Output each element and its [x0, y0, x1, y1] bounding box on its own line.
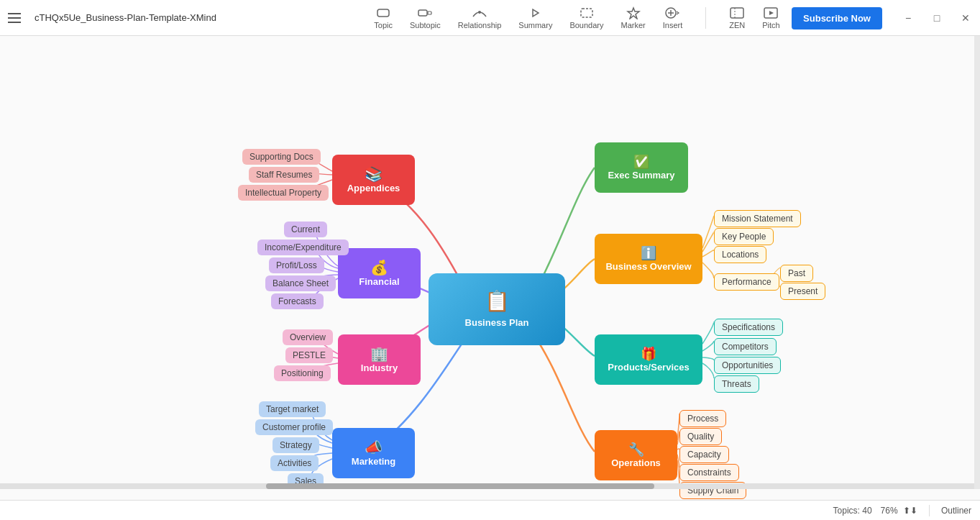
sub-capacity[interactable]: Capacity: [679, 446, 729, 463]
outliner-label[interactable]: Outliner: [941, 506, 971, 516]
svg-rect-5: [428, 12, 431, 14]
appendices-label: Appendices: [347, 183, 400, 195]
sub-profit-loss[interactable]: Profit/Loss: [269, 257, 324, 273]
exec-label: Exec Summary: [608, 170, 674, 182]
sub-threats[interactable]: Threats: [714, 375, 759, 393]
subscribe-button[interactable]: Subscribe Now: [792, 7, 882, 29]
sub-activities[interactable]: Activities: [270, 455, 319, 471]
tool-boundary[interactable]: Boundary: [569, 6, 603, 29]
tool-marker[interactable]: Marker: [621, 6, 646, 29]
business-label: Business Overview: [605, 261, 691, 273]
scrollbar-thumb[interactable]: [266, 483, 654, 489]
svg-rect-4: [418, 10, 427, 16]
node-operations[interactable]: 🔧 Operations: [595, 430, 677, 480]
center-label: Business Plan: [465, 317, 529, 329]
sub-present[interactable]: Present: [780, 283, 825, 300]
sub-pestle[interactable]: PESTLE: [285, 347, 333, 363]
sub-overview[interactable]: Overview: [283, 329, 333, 345]
svg-marker-8: [628, 8, 639, 19]
operations-label: Operations: [611, 457, 661, 470]
sub-locations[interactable]: Locations: [714, 246, 766, 263]
sub-competitors[interactable]: Competitors: [714, 338, 777, 355]
business-icon: ℹ️: [641, 245, 656, 261]
industry-label: Industry: [361, 362, 398, 375]
svg-rect-2: [8, 22, 21, 23]
appendices-icon: 📚: [365, 165, 383, 183]
svg-rect-12: [731, 8, 743, 18]
marketing-icon: 📣: [365, 439, 383, 456]
topics-count: Topics: 40: [833, 506, 872, 516]
close-button[interactable]: ✕: [951, 0, 980, 36]
sub-supporting-docs[interactable]: Supporting Docs: [242, 149, 321, 165]
exec-icon: ✅: [633, 154, 649, 170]
operations-icon: 🔧: [628, 442, 644, 457]
vertical-scrollbar[interactable]: [974, 36, 980, 489]
sub-staff-resumes[interactable]: Staff Resumes: [249, 167, 319, 183]
svg-rect-1: [8, 17, 21, 19]
node-industry[interactable]: 🏢 Industry: [338, 334, 421, 385]
sub-opportunities[interactable]: Opportunities: [714, 357, 781, 374]
app-title: cTHQx5Ue_Business-Plan-Template-XMind: [29, 12, 216, 23]
sub-strategy[interactable]: Strategy: [273, 437, 319, 453]
tool-zen[interactable]: ZEN: [729, 6, 745, 29]
svg-rect-7: [581, 9, 592, 17]
center-icon: 📋: [485, 289, 510, 313]
tool-summary[interactable]: Summary: [518, 6, 552, 29]
financial-icon: 💰: [370, 259, 388, 276]
tool-subtopic[interactable]: Subtopic: [410, 6, 441, 29]
products-label: Products/Services: [608, 362, 689, 374]
sub-performance[interactable]: Performance: [714, 273, 779, 291]
tool-pitch[interactable]: Pitch: [762, 6, 779, 29]
sub-specifications[interactable]: Specifications: [714, 319, 783, 336]
industry-icon: 🏢: [370, 345, 388, 362]
node-marketing[interactable]: 📣 Marketing: [332, 428, 415, 478]
tool-topic[interactable]: Topic: [374, 6, 393, 29]
svg-point-6: [478, 11, 481, 14]
sub-constraints[interactable]: Constraints: [679, 464, 739, 481]
sub-past[interactable]: Past: [780, 265, 813, 282]
minimize-button[interactable]: −: [894, 0, 922, 36]
node-exec-summary[interactable]: ✅ Exec Summary: [595, 142, 688, 193]
sub-quality[interactable]: Quality: [679, 428, 722, 445]
titlebar: cTHQx5Ue_Business-Plan-Template-XMind To…: [0, 0, 980, 36]
svg-rect-0: [8, 13, 21, 14]
horizontal-scrollbar[interactable]: [0, 483, 980, 489]
zoom-level: 76% ⬆⬇: [881, 506, 917, 516]
svg-marker-14: [769, 11, 774, 15]
sub-key-people[interactable]: Key People: [714, 228, 774, 245]
window-controls: Subscribe Now − □ ✕: [792, 0, 980, 36]
svg-rect-3: [377, 9, 389, 17]
hamburger-menu[interactable]: [0, 13, 29, 23]
marketing-label: Marketing: [352, 456, 395, 468]
sub-income-expenditure[interactable]: Income/Expenditure: [257, 240, 349, 255]
products-icon: 🎁: [641, 346, 656, 362]
sub-process[interactable]: Process: [679, 410, 726, 427]
sub-intellectual-property[interactable]: Intellectual Property: [238, 185, 329, 201]
status-bar: Topics: 40 76% ⬆⬇ Outliner: [0, 500, 980, 520]
tool-insert[interactable]: Insert: [663, 6, 683, 29]
sub-current[interactable]: Current: [284, 222, 327, 237]
node-products-services[interactable]: 🎁 Products/Services: [595, 334, 702, 385]
node-financial[interactable]: 💰 Financial: [338, 248, 421, 298]
node-business-overview[interactable]: ℹ️ Business Overview: [595, 234, 702, 284]
sub-target-market[interactable]: Target market: [259, 401, 326, 417]
financial-label: Financial: [359, 276, 399, 288]
sub-forecasts[interactable]: Forecasts: [271, 293, 324, 309]
node-center[interactable]: 📋 Business Plan: [429, 273, 565, 345]
sub-balance-sheet[interactable]: Balance Sheet: [265, 275, 336, 291]
sub-positioning[interactable]: Positioning: [274, 365, 331, 381]
maximize-button[interactable]: □: [922, 0, 951, 36]
sub-customer-profile[interactable]: Customer profile: [255, 419, 333, 435]
mind-map-canvas: 📋 Business Plan 📚 Appendices Supporting …: [0, 36, 980, 511]
node-appendices[interactable]: 📚 Appendices: [332, 155, 415, 205]
tool-relationship[interactable]: Relationship: [458, 6, 502, 29]
sub-mission-statement[interactable]: Mission Statement: [714, 210, 801, 227]
